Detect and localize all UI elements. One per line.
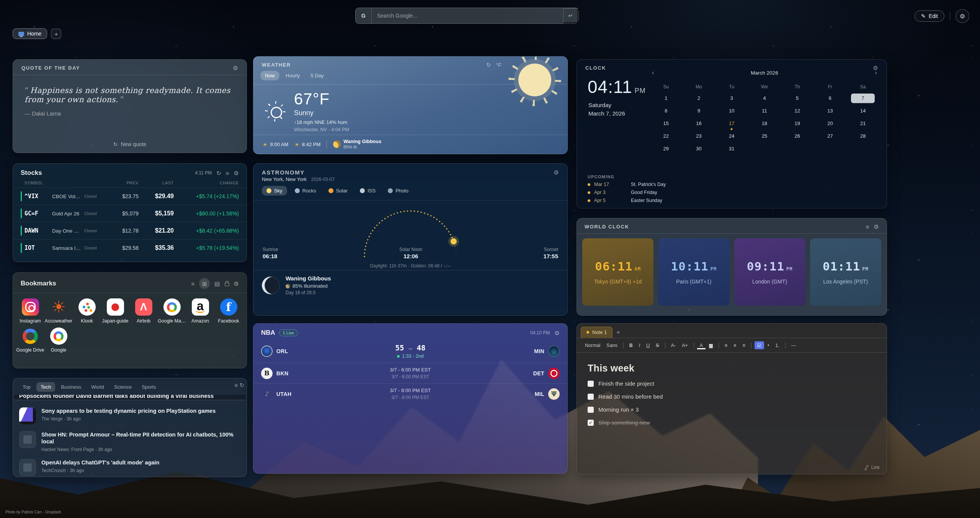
calendar-day[interactable]: 9 [683, 104, 715, 117]
astronomy-tab[interactable]: Sky [262, 186, 287, 195]
calendar-next-icon[interactable]: › [873, 69, 879, 76]
calendar-day[interactable]: 27 [814, 130, 847, 142]
list-icon[interactable]: ≡ [866, 224, 869, 230]
bookmark-item[interactable]: Google Drive [16, 327, 44, 353]
compact-view-icon[interactable]: ▤ [214, 281, 220, 287]
new-quote-button[interactable]: ↻ New quote [113, 141, 147, 147]
note-toolbar-button[interactable]: ☑ [755, 341, 764, 349]
note-toolbar-button[interactable]: 1. [773, 342, 782, 349]
calendar-day[interactable]: 20 [814, 117, 847, 130]
note-toolbar-button[interactable] [785, 342, 786, 349]
note-toolbar-button[interactable]: A- [668, 342, 679, 349]
calendar-day[interactable]: 18 [748, 117, 781, 130]
calendar-day[interactable]: 3 [715, 92, 748, 104]
note-toolbar-button[interactable]: A [697, 342, 706, 349]
news-tab[interactable]: Sports [137, 382, 160, 392]
note-toolbar-button[interactable]: • [765, 342, 772, 349]
add-tab-button[interactable]: + [51, 29, 61, 39]
news-scrolled-item[interactable]: Popsockets founder David Barnett talks a… [14, 395, 246, 400]
add-note-button[interactable]: + [616, 329, 620, 336]
gear-icon[interactable]: ⚙ [874, 224, 879, 230]
note-heading[interactable]: This week [588, 363, 876, 374]
calendar-day[interactable]: 5 [781, 92, 814, 104]
weather-refresh-icon[interactable]: ↻ [486, 62, 491, 68]
calendar-day[interactable]: 21 [846, 117, 879, 130]
astronomy-tab[interactable]: Photo [383, 186, 413, 195]
astronomy-tab[interactable]: Rocks [290, 186, 321, 195]
news-refresh-icon[interactable]: ↻ [239, 382, 244, 388]
stock-row[interactable]: ^VIX CBOE Volatility Index Closed $23.75… [13, 187, 247, 205]
bookmark-item[interactable]: Facebook [214, 298, 243, 324]
calendar-day[interactable]: 17 [715, 117, 748, 130]
photo-credit[interactable]: Photo by Patrick Carr - Unsplash [5, 510, 61, 514]
calendar-day[interactable]: 1 [650, 92, 683, 104]
enter-icon[interactable]: ↵ [568, 12, 573, 19]
upcoming-event[interactable]: Apr 5 Easter Sunday [588, 198, 666, 203]
news-item[interactable]: Show HN: Prompt Armour – Real-time PII d… [19, 428, 240, 456]
gear-icon[interactable]: ⚙ [234, 170, 239, 176]
calendar-day[interactable]: 28 [846, 130, 879, 142]
gear-icon[interactable]: ⚙ [554, 169, 559, 175]
calendar-day[interactable]: 11 [748, 104, 781, 117]
gear-icon[interactable]: ⚙ [960, 13, 965, 20]
gear-icon[interactable]: ⚙ [234, 281, 239, 287]
calendar-day[interactable]: 24 [715, 130, 748, 142]
news-tab[interactable]: Business [57, 382, 85, 392]
stock-row[interactable]: IOT Samsara Inc. Closed $29.58 $35.36 +$… [13, 239, 247, 256]
note-toolbar-button[interactable]: ▆ [706, 341, 715, 349]
todo-item[interactable]: Ship something new [588, 419, 876, 426]
upcoming-event[interactable]: Apr 3 Good Friday [588, 190, 666, 195]
news-tab[interactable]: Top [18, 382, 35, 392]
calendar-day[interactable]: 7 [846, 92, 879, 104]
nba-game-row[interactable]: ♪ UTAH 3/7 - 8:00 PM EST 3/7 - 8:00 PM E… [253, 384, 567, 404]
world-clock-card[interactable]: 09:11PM London (GMT) [734, 238, 805, 306]
search-bar[interactable]: G ↵ [355, 8, 579, 24]
calendar-day[interactable]: 22 [650, 130, 683, 142]
note-toolbar-button[interactable]: S [653, 342, 662, 349]
todo-checkbox[interactable] [588, 407, 594, 413]
calendar-day[interactable]: 29 [650, 142, 683, 155]
weather-tab[interactable]: 5 Day [306, 71, 328, 80]
calendar-day[interactable]: 2 [683, 92, 715, 104]
calendar-day[interactable]: 23 [683, 130, 715, 142]
note-toolbar-button[interactable]: ≡ [740, 342, 748, 349]
todo-item[interactable]: Read 30 mins before bed [588, 393, 876, 400]
calendar-day[interactable]: 8 [650, 104, 683, 117]
nba-game-row[interactable]: B BKN 3/7 - 6:00 PM EST 3/7 - 6:00 PM ES… [253, 363, 567, 384]
stock-row[interactable]: GC=F Gold Apr 26 Closed $5,079 $5,159 +$… [13, 205, 247, 222]
note-toolbar-button[interactable]: Sans [604, 342, 620, 349]
calendar-day[interactable]: 14 [846, 104, 879, 117]
calendar-day[interactable]: 10 [715, 104, 748, 117]
calendar-day[interactable]: 4 [748, 92, 781, 104]
calendar-day[interactable]: 15 [650, 117, 683, 130]
world-clock-card[interactable]: 10:11PM Paris (GMT+1) [658, 238, 729, 306]
note-toolbar-button[interactable]: ≡ [722, 342, 730, 349]
bookmark-item[interactable]: Instagram [16, 298, 44, 324]
bookmark-item[interactable]: Amazon [186, 298, 214, 324]
note-toolbar-button[interactable] [751, 342, 751, 349]
note-toolbar-button[interactable] [665, 342, 665, 349]
upcoming-event[interactable]: Mar 17 St. Patrick's Day [588, 182, 666, 187]
bookmark-item[interactable]: Airbnb [129, 298, 158, 324]
astronomy-tab[interactable]: ISS [355, 186, 380, 195]
list-icon[interactable]: ≡ [226, 170, 229, 176]
todo-checkbox[interactable] [588, 394, 594, 400]
note-toolbar-button[interactable]: ≡ [731, 342, 739, 349]
calendar-day[interactable]: 13 [814, 104, 847, 117]
calendar-day[interactable]: 25 [748, 130, 781, 142]
bookmark-item[interactable]: Accuweather [44, 298, 73, 324]
weather-tab[interactable]: Hourly [281, 71, 305, 80]
calendar-prev-icon[interactable]: ‹ [650, 69, 656, 76]
calendar-day[interactable]: 12 [781, 104, 814, 117]
note-tab[interactable]: Note 1 [581, 327, 612, 338]
note-toolbar-button[interactable] [719, 342, 719, 349]
calendar-day[interactable]: 6 [814, 92, 847, 104]
news-list-icon[interactable]: ≡ [235, 382, 238, 388]
note-toolbar-button[interactable]: B [627, 342, 635, 349]
search-input[interactable] [372, 8, 563, 23]
note-toolbar-button[interactable] [694, 342, 694, 349]
calendar-day[interactable]: 30 [683, 142, 715, 155]
tab-home[interactable]: Home [13, 28, 47, 39]
google-logo-icon[interactable]: G [356, 8, 372, 23]
note-link-button[interactable]: Link [864, 465, 880, 470]
